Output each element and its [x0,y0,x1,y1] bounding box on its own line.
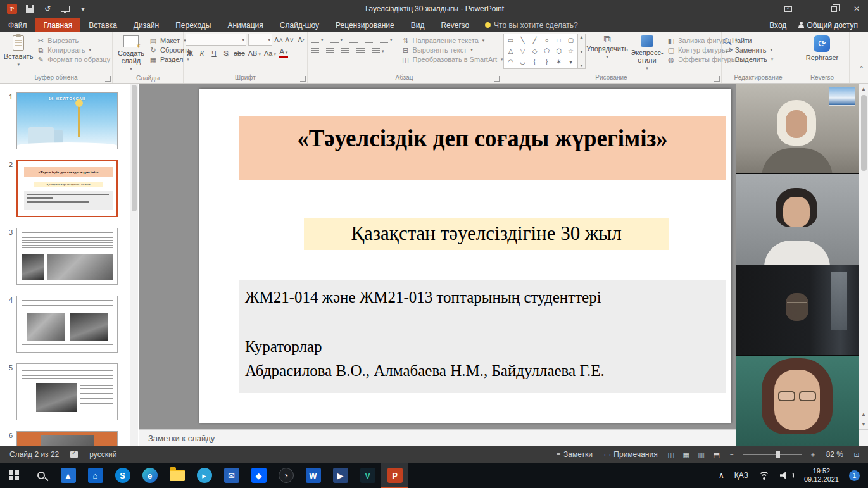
wifi-icon[interactable] [754,463,774,488]
tab-design[interactable]: Дизайн [125,18,167,32]
slideshow-view-button[interactable]: ⬒ [709,447,724,461]
slide-thumbnail-5[interactable] [16,363,118,420]
tab-reverso[interactable]: Reverso [432,18,477,32]
language-indicator[interactable]: русский [84,450,122,459]
customize-quick-access-icon[interactable]: ▾ [77,3,89,15]
shape-icon[interactable]: ╲ [520,37,524,44]
slide-title-textbox[interactable]: «Тәуелсіздік деп соғады жүрегіміз» [239,116,726,180]
clear-formatting-icon[interactable]: A̷ [296,36,305,44]
dialog-launcher-icon[interactable] [300,76,306,82]
underline-button[interactable]: Ч [210,49,218,57]
line-spacing-button[interactable] [379,36,394,44]
shape-icon[interactable]: } [546,59,548,65]
slide-thumbnail-2-selected[interactable]: «Тәуелсіздік деп соғады жүрегіміз» Қазақ… [16,160,118,217]
app-media-player[interactable]: ▶ [327,463,354,488]
shared-screen-thumbnail[interactable] [829,87,855,106]
tab-view[interactable]: Вид [403,18,433,32]
restore-icon[interactable] [822,0,845,18]
increase-indent-button[interactable] [363,36,374,44]
shapes-gallery-scroll[interactable]: ▲ ▼ ▼̲ [578,34,586,69]
shape-icon[interactable]: { [534,59,536,65]
slide-canvas[interactable]: «Тәуелсіздік деп соғады жүрегіміз» Қазақ… [199,89,731,423]
tab-home[interactable]: Главная [35,18,81,32]
save-icon[interactable] [24,3,35,15]
notes-toggle[interactable]: ≡Заметки [551,450,598,459]
scroll-up-icon[interactable]: ▲ [579,35,584,39]
app-store[interactable]: ⌂ [82,463,109,488]
tray-expand-icon[interactable]: ∧ [714,463,729,488]
action-center-button[interactable]: 1 [845,463,864,488]
shape-icon[interactable]: ╱ [532,37,536,44]
reading-view-button[interactable]: ▥ [694,447,709,461]
thumbnail-scrollbar[interactable] [130,84,138,446]
app-mail[interactable]: ✉ [218,463,245,488]
shape-icon[interactable]: ▾ [569,59,572,65]
text-direction-button[interactable]: ⇅Направление текста [401,37,503,44]
app-video-tool[interactable]: V [354,463,381,488]
taskbar-clock[interactable]: 19:52 09.12.2021 [800,463,843,488]
slide-scrollbar[interactable]: ▲ ▲ ▼ [859,84,868,429]
slide-thumbnail-6[interactable] [16,431,118,446]
participant-video-2[interactable] [736,174,859,265]
convert-smartart-button[interactable]: ◫Преобразовать в SmartArt [401,56,503,63]
shape-icon[interactable]: ▽ [520,48,525,54]
slide-thumbnail-1[interactable]: 16 ЖЕЛТОҚСАН [16,92,118,149]
bold-button[interactable]: Ж [186,49,194,57]
align-text-button[interactable]: ⊟Выровнять текст [401,46,503,54]
app-edge[interactable]: e [136,463,163,488]
shape-icon[interactable]: □ [557,37,560,44]
shapes-gallery[interactable]: ▭╲╱○□▢ △▽◇⬠⬡☆ ◠◡{}✶▾ [503,34,578,69]
paste-button[interactable]: Вставить [2,34,35,70]
shape-icon[interactable]: ◇ [532,48,538,54]
tab-insert[interactable]: Вставка [80,18,125,32]
shape-icon[interactable]: ▢ [568,37,574,44]
spellcheck-button[interactable] [65,451,84,458]
tab-slideshow[interactable]: Слайд-шоу [272,18,327,32]
gallery-expand-icon[interactable]: ▼̲ [579,63,584,68]
select-button[interactable]: ⬚Выделить [724,56,773,63]
decrease-indent-button[interactable] [348,36,359,44]
shrink-font-icon[interactable]: A˅ [285,36,294,44]
participant-video-3[interactable] [736,265,859,356]
tab-review[interactable]: Рецензирование [327,18,403,32]
zoom-slider[interactable] [743,454,802,455]
start-slideshow-icon[interactable] [60,3,71,15]
quick-styles-button[interactable]: Экспресс-стили [629,34,665,74]
replace-button[interactable]: ⇄Заменить [724,46,773,54]
fit-to-window-button[interactable]: ⊡ [849,447,864,461]
keyboard-language[interactable]: ҚАЗ [730,463,753,488]
justify-button[interactable] [355,47,366,55]
app-powerpoint-active[interactable]: P [381,463,408,488]
slide-thumbnail-4[interactable] [16,296,118,353]
app-icon[interactable]: P [6,3,18,15]
font-name-combo[interactable] [186,34,246,46]
minimize-icon[interactable]: — [800,0,822,18]
scroll-up-icon[interactable]: ▲ [859,84,868,94]
find-button[interactable]: Найти [724,37,773,44]
collapse-ribbon-icon[interactable]: ⌃ [859,65,864,72]
character-spacing-button[interactable]: АВ [248,49,261,57]
dialog-launcher-icon[interactable] [494,76,500,82]
app-photos[interactable]: ▲ [54,463,82,488]
font-color-button[interactable]: А [279,48,288,58]
slide-sorter-view-button[interactable]: ▦ [679,447,694,461]
app-telegram[interactable]: ▸ [191,463,218,488]
slide-counter[interactable]: Слайд 2 из 22 [4,450,65,459]
slide-body-textbox[interactable]: ЖМ21-014 және ЖМ21-013 топтарының студен… [239,280,726,393]
participant-video-4[interactable] [736,356,859,446]
next-slide-icon[interactable]: ▼ [859,419,868,429]
zoom-in-button[interactable]: ＋ [805,447,821,461]
tab-transitions[interactable]: Переходы [167,18,219,32]
numbering-button[interactable] [329,36,344,44]
font-size-combo[interactable] [248,34,272,46]
sign-in-button[interactable]: Вход [769,21,786,30]
share-button[interactable]: Общий доступ [798,21,858,30]
grow-font-icon[interactable]: A˄ [274,36,283,44]
dialog-launcher-icon[interactable] [714,76,720,82]
new-slide-button[interactable]: Создать слайд [115,34,148,75]
slide-subtitle-textbox[interactable]: Қазақстан тәуелсіздігіне 30 жыл [304,218,669,250]
shape-icon[interactable]: ◠ [508,59,513,65]
shape-icon[interactable]: ◡ [520,59,525,65]
dialog-launcher-icon[interactable] [105,76,111,82]
text-shadow-button[interactable]: S [222,49,230,57]
